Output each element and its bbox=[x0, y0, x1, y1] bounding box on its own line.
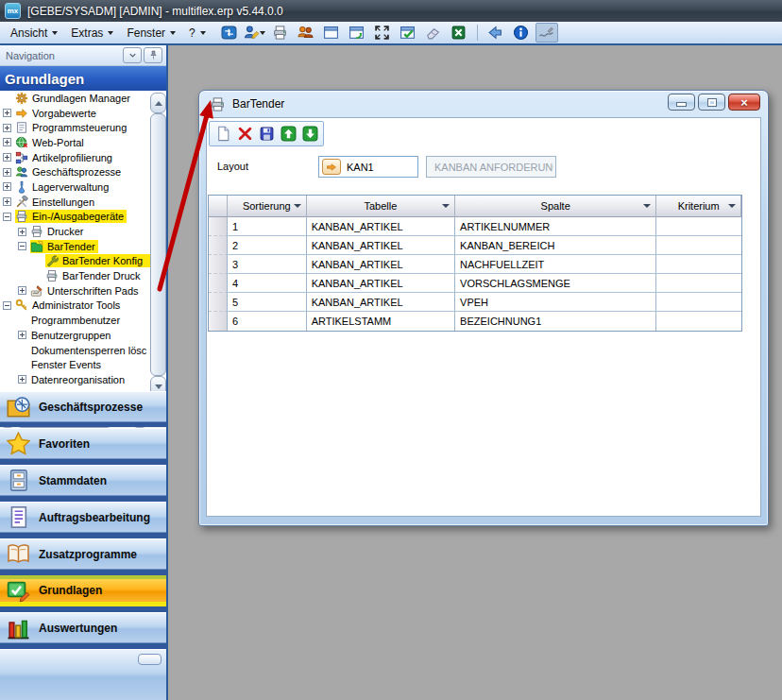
scrollbar-thumb[interactable] bbox=[150, 113, 166, 376]
nav-button-auswertungen[interactable]: Auswertungen bbox=[0, 612, 166, 643]
collapse-panel-button[interactable] bbox=[123, 47, 142, 63]
close-button[interactable]: × bbox=[728, 94, 760, 111]
table-row[interactable]: 5 KANBAN_ARTIKEL VPEH bbox=[209, 293, 741, 312]
filter-icon[interactable] bbox=[728, 204, 736, 208]
menu-extras[interactable]: Extras bbox=[64, 24, 120, 43]
nav-button-partial[interactable] bbox=[0, 649, 166, 700]
users-icon[interactable] bbox=[295, 23, 317, 43]
menu-toolbar: Ansicht Extras Fenster ? bbox=[0, 22, 782, 45]
nav-button-stammdaten[interactable]: Stammdaten bbox=[0, 465, 166, 496]
fullscreen-icon[interactable] bbox=[371, 23, 394, 43]
tree-item-unterschriften-pads[interactable]: Unterschriften Pads bbox=[0, 283, 166, 299]
table-row[interactable]: 2 KANBAN_ARTIKEL KANBAN_BEREICH bbox=[209, 236, 741, 255]
tree-item-vorgabewerte[interactable]: Vorgabewerte bbox=[0, 106, 166, 121]
tree-item-web-portal[interactable]: Web-Portal bbox=[0, 135, 166, 150]
tree-item-artikelprofilierung[interactable]: Artikelprofilierung bbox=[0, 150, 166, 165]
key-icon bbox=[15, 299, 28, 312]
nav-overflow-button[interactable] bbox=[138, 654, 162, 665]
restore-button[interactable] bbox=[698, 94, 725, 111]
collapse-icon[interactable] bbox=[3, 301, 11, 310]
expand-icon[interactable] bbox=[18, 331, 26, 339]
row-selector[interactable] bbox=[209, 255, 228, 274]
table-row[interactable]: 6 ARTIKELSTAMM BEZEICHNUNG1 bbox=[209, 312, 741, 331]
tree-item-programmsteuerung[interactable]: Programmsteuerung bbox=[0, 120, 166, 135]
collapse-icon[interactable] bbox=[3, 213, 11, 221]
tree-item-bartender[interactable]: BarTender bbox=[0, 239, 166, 254]
tree-item-drucker[interactable]: Drucker bbox=[0, 224, 166, 239]
tree-item-administrator-tools[interactable]: Administrator Tools bbox=[0, 299, 166, 314]
minimize-button[interactable] bbox=[668, 94, 695, 111]
column-header-sortierung[interactable]: Sortierung bbox=[228, 196, 307, 217]
move-down-button[interactable] bbox=[301, 125, 318, 143]
new-record-button[interactable] bbox=[214, 125, 231, 143]
expand-icon[interactable] bbox=[3, 109, 11, 117]
column-header-tabelle[interactable]: Tabelle bbox=[307, 196, 455, 217]
new-window-icon[interactable] bbox=[320, 23, 343, 43]
row-selector[interactable] bbox=[209, 236, 228, 255]
save-button[interactable] bbox=[258, 125, 275, 143]
excel-export-icon[interactable] bbox=[448, 23, 470, 43]
table-row[interactable]: 1 KANBAN_ARTIKEL ARTIKELNUMMER bbox=[209, 217, 741, 236]
row-selector-header[interactable] bbox=[209, 196, 228, 217]
nav-button-grundlagen[interactable]: Grundlagen bbox=[0, 575, 166, 606]
tree-item-programmbenutzer[interactable]: Programmbenutzer bbox=[0, 313, 166, 328]
row-selector[interactable] bbox=[209, 312, 228, 331]
info-icon[interactable] bbox=[510, 23, 533, 43]
expand-icon[interactable] bbox=[3, 153, 11, 162]
tree-item-bartender-druck[interactable]: BarTender Druck bbox=[0, 268, 166, 283]
expand-icon[interactable] bbox=[3, 124, 11, 132]
confirm-window-icon[interactable] bbox=[397, 23, 419, 43]
dialog-titlebar[interactable]: BarTender × bbox=[199, 91, 768, 117]
expand-icon[interactable] bbox=[18, 375, 26, 384]
tree-item-dokumentensperren[interactable]: Dokumentensperren lösc bbox=[0, 343, 166, 358]
eraser-icon[interactable] bbox=[422, 23, 445, 43]
tree-vertical-scrollbar[interactable] bbox=[150, 93, 164, 397]
layout-code-input[interactable] bbox=[345, 161, 415, 174]
tree-item-benutzergruppen[interactable]: Benutzergruppen bbox=[0, 328, 166, 343]
collapse-icon[interactable] bbox=[18, 242, 26, 250]
tree-item-lagerverwaltung[interactable]: Lagerverwaltung bbox=[0, 179, 166, 195]
row-selector[interactable] bbox=[209, 217, 228, 236]
remote-support-icon[interactable] bbox=[218, 23, 241, 43]
table-row[interactable]: 4 KANBAN_ARTIKEL VORSCHLAGSMENGE bbox=[209, 274, 741, 293]
pin-panel-button[interactable] bbox=[144, 47, 162, 63]
section-header: Grundlagen bbox=[0, 66, 166, 91]
delete-record-button[interactable] bbox=[236, 125, 253, 143]
expand-icon[interactable] bbox=[3, 168, 11, 177]
menu-help[interactable]: ? bbox=[182, 24, 212, 43]
expand-icon[interactable] bbox=[3, 197, 11, 206]
tree-item-bartender-konfig[interactable]: BarTender Konfig bbox=[0, 254, 166, 269]
expand-icon[interactable] bbox=[18, 286, 26, 295]
menu-fenster[interactable]: Fenster bbox=[120, 24, 182, 43]
expand-icon[interactable] bbox=[3, 182, 11, 191]
tree-item-einstellungen[interactable]: Einstellungen bbox=[0, 195, 166, 210]
signature-icon[interactable] bbox=[536, 23, 558, 43]
layout-code-field[interactable] bbox=[318, 156, 418, 178]
filter-icon[interactable] bbox=[442, 204, 450, 208]
expand-icon[interactable] bbox=[3, 138, 11, 146]
print-icon[interactable] bbox=[269, 23, 292, 43]
row-selector[interactable] bbox=[209, 274, 228, 293]
expand-icon[interactable] bbox=[18, 228, 26, 236]
lookup-button[interactable] bbox=[322, 159, 341, 175]
filter-icon[interactable] bbox=[294, 204, 301, 208]
tree-item-grundlagen-manager[interactable]: Grundlagen Manager bbox=[0, 91, 166, 106]
column-header-kriterium[interactable]: Kriterium bbox=[656, 196, 741, 217]
user-edit-icon[interactable] bbox=[244, 23, 266, 43]
nav-button-zusatzprogramme[interactable]: Zusatzprogramme bbox=[0, 538, 166, 570]
column-header-spalte[interactable]: Spalte bbox=[455, 196, 656, 217]
tree-item-geschaeftsprozesse[interactable]: Geschäftsprozesse bbox=[0, 164, 166, 179]
move-up-button[interactable] bbox=[280, 125, 297, 143]
tree-item-ein-ausgabegeraete[interactable]: Ein-/Ausgabegeräte bbox=[0, 210, 166, 225]
menu-ansicht[interactable]: Ansicht bbox=[4, 24, 64, 43]
edit-window-icon[interactable] bbox=[346, 23, 368, 43]
tree-item-fenster-events[interactable]: Fenster Events bbox=[0, 357, 166, 372]
scroll-up-button[interactable] bbox=[150, 93, 166, 113]
nav-button-geschaeftsprozesse[interactable]: Geschäftsprozesse bbox=[0, 391, 166, 422]
back-icon[interactable] bbox=[484, 23, 507, 43]
filter-icon[interactable] bbox=[643, 204, 651, 208]
table-row[interactable]: 3 KANBAN_ARTIKEL NACHFUELLZEIT bbox=[209, 255, 741, 274]
nav-button-favoriten[interactable]: Favoriten bbox=[0, 428, 166, 459]
nav-button-auftragsbearbeitung[interactable]: Auftragsbearbeitung bbox=[0, 502, 166, 533]
row-selector[interactable] bbox=[209, 293, 228, 312]
